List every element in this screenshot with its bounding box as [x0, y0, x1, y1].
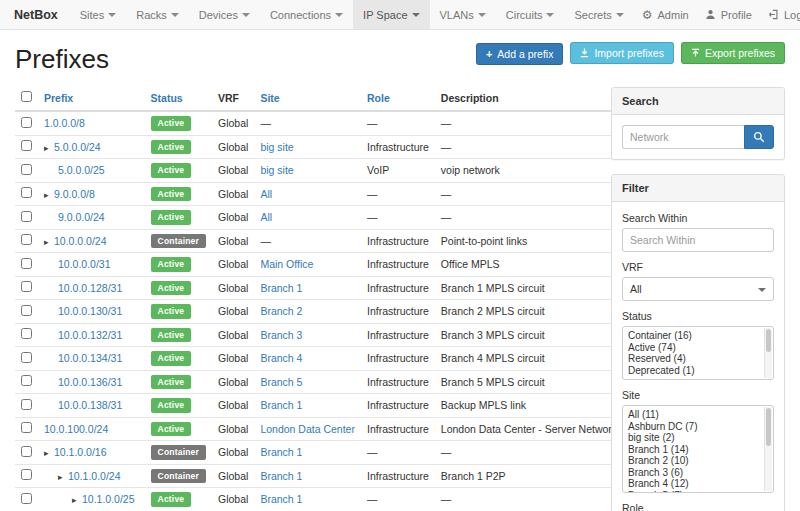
add-prefix-button[interactable]: + Add a prefix [476, 43, 563, 65]
nav-item-racks[interactable]: Racks [126, 0, 189, 29]
nav-item-secrets[interactable]: Secrets [564, 0, 633, 29]
prefix-link[interactable]: 10.0.0.0/31 [58, 258, 111, 270]
sort-site-link[interactable]: Site [260, 92, 279, 104]
site-link[interactable]: Branch 4 [260, 352, 302, 364]
listbox-option[interactable]: Branch 2 (10) [628, 455, 761, 467]
site-link[interactable]: Branch 1 [260, 493, 302, 505]
vrf-select[interactable]: All [622, 277, 774, 301]
row-checkbox[interactable] [21, 469, 32, 480]
row-checkbox[interactable] [21, 281, 32, 292]
prefix-link[interactable]: 1.0.0.0/8 [44, 117, 85, 129]
row-checkbox[interactable] [21, 211, 32, 222]
prefix-link[interactable]: 10.1.0.0/24 [68, 470, 121, 482]
expand-arrow-icon[interactable]: ▸ [44, 143, 54, 153]
row-checkbox[interactable] [21, 187, 32, 198]
scrollbar-track[interactable] [764, 328, 772, 378]
nav-item-circuits[interactable]: Circuits [496, 0, 565, 29]
row-checkbox[interactable] [21, 352, 32, 363]
admin-link[interactable]: ⚙ Admin [634, 0, 697, 29]
listbox-option[interactable]: All (11) [628, 409, 761, 421]
profile-link[interactable]: Profile [697, 0, 760, 29]
listbox-option[interactable]: Branch 4 (12) [628, 478, 761, 490]
listbox-option[interactable]: Branch 5 (7) [628, 490, 761, 494]
site-listbox[interactable]: All (11)Ashburn DC (7)big site (2)Branch… [622, 405, 774, 493]
listbox-option[interactable]: Active (74) [628, 342, 761, 354]
row-checkbox[interactable] [21, 493, 32, 504]
expand-arrow-icon[interactable]: ▸ [58, 472, 68, 482]
listbox-option[interactable]: big site (2) [628, 432, 761, 444]
prefix-link[interactable]: 10.0.0.134/31 [58, 352, 122, 364]
prefix-link[interactable]: 5.0.0.0/25 [58, 164, 105, 176]
site-link[interactable]: London Data Center [260, 423, 355, 435]
row-checkbox[interactable] [21, 399, 32, 410]
row-checkbox[interactable] [21, 305, 32, 316]
search-button[interactable] [744, 125, 774, 149]
prefix-link[interactable]: 10.0.100.0/24 [44, 423, 108, 435]
row-checkbox[interactable] [21, 422, 32, 433]
site-link[interactable]: big site [260, 141, 293, 153]
sort-prefix-link[interactable]: Prefix [44, 92, 73, 104]
listbox-option[interactable]: Container (16) [628, 330, 761, 342]
prefix-link[interactable]: 10.0.0.130/31 [58, 305, 122, 317]
nav-item-vlans[interactable]: VLANs [430, 0, 496, 29]
row-checkbox[interactable] [21, 375, 32, 386]
prefix-link[interactable]: 10.0.0.132/31 [58, 329, 122, 341]
site-link[interactable]: All [260, 211, 272, 223]
nav-item-sites[interactable]: Sites [70, 0, 126, 29]
listbox-option[interactable]: Deprecated (1) [628, 365, 761, 377]
expand-arrow-icon[interactable]: ▸ [44, 190, 54, 200]
site-link[interactable]: Branch 1 [260, 282, 302, 294]
logout-link[interactable]: Log out [760, 0, 800, 29]
listbox-option[interactable]: Reserved (4) [628, 353, 761, 365]
site-link[interactable]: Branch 1 [260, 446, 302, 458]
site-link[interactable]: Branch 1 [260, 399, 302, 411]
sort-role-link[interactable]: Role [367, 92, 390, 104]
site-link[interactable]: Branch 3 [260, 329, 302, 341]
row-checkbox[interactable] [21, 234, 32, 245]
listbox-option[interactable]: Ashburn DC (7) [628, 421, 761, 433]
search-input[interactable] [622, 125, 744, 149]
expand-arrow-icon[interactable]: ▸ [44, 237, 54, 247]
row-checkbox[interactable] [21, 117, 32, 128]
status-listbox[interactable]: Container (16)Active (74)Reserved (4)Dep… [622, 326, 774, 380]
prefix-link[interactable]: 10.0.0.136/31 [58, 376, 122, 388]
prefix-link[interactable]: 9.0.0.0/8 [54, 188, 95, 200]
description-cell: Branch 1 P2P [435, 464, 623, 488]
prefix-link[interactable]: 9.0.0.0/24 [58, 211, 105, 223]
row-checkbox[interactable] [21, 446, 32, 457]
site-link[interactable]: Branch 5 [260, 376, 302, 388]
scrollbar-thumb[interactable] [766, 408, 771, 446]
row-checkbox[interactable] [21, 164, 32, 175]
prefix-link[interactable]: 10.0.0.138/31 [58, 399, 122, 411]
search-within-input[interactable] [622, 228, 774, 252]
nav-item-devices[interactable]: Devices [189, 0, 260, 29]
listbox-option[interactable]: Branch 1 (14) [628, 444, 761, 456]
expand-arrow-icon[interactable]: ▸ [44, 448, 54, 458]
row-checkbox[interactable] [21, 140, 32, 151]
nav-item-ip-space[interactable]: IP Space [353, 0, 429, 29]
listbox-option[interactable]: Branch 3 (6) [628, 467, 761, 479]
sidebar: Search Filter Search Within [611, 87, 785, 511]
export-prefixes-button[interactable]: Export prefixes [681, 42, 785, 64]
site-link[interactable]: Branch 1 [260, 470, 302, 482]
prefix-link[interactable]: 5.0.0.0/24 [54, 141, 101, 153]
expand-arrow-icon[interactable]: ▸ [72, 495, 82, 505]
row-checkbox[interactable] [21, 258, 32, 269]
site-link[interactable]: All [260, 188, 272, 200]
prefix-link[interactable]: 10.1.0.0/25 [82, 493, 135, 505]
nav-item-connections[interactable]: Connections [260, 0, 353, 29]
prefix-link[interactable]: 10.0.0.128/31 [58, 282, 122, 294]
select-all-checkbox[interactable] [21, 91, 32, 102]
site-link[interactable]: Main Office [260, 258, 313, 270]
site-link[interactable]: big site [260, 164, 293, 176]
brand-link[interactable]: NetBox [14, 0, 58, 29]
prefix-link[interactable]: 10.1.0.0/16 [54, 446, 107, 458]
import-prefixes-button[interactable]: Import prefixes [570, 42, 673, 64]
row-checkbox[interactable] [21, 328, 32, 339]
status-badge: Active [151, 492, 192, 507]
scrollbar-track[interactable] [764, 407, 772, 491]
scrollbar-thumb[interactable] [766, 329, 771, 352]
site-link[interactable]: Branch 2 [260, 305, 302, 317]
prefix-link[interactable]: 10.0.0.0/24 [54, 235, 107, 247]
sort-status-link[interactable]: Status [151, 92, 183, 104]
